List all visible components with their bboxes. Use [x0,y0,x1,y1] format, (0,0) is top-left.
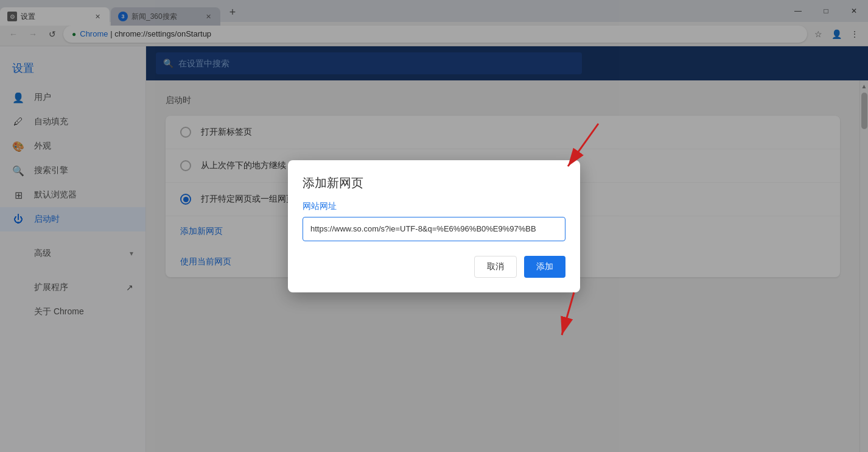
add-page-dialog: 添加新网页 网站网址 取消 添加 [288,160,580,292]
cancel-button[interactable]: 取消 [474,256,517,278]
dialog-title: 添加新网页 [303,175,565,191]
arrow-to-add-button [531,286,592,347]
dialog-field-label: 网站网址 [303,201,565,212]
svg-line-1 [568,124,598,166]
modal-overlay[interactable]: 添加新网页 网站网址 取消 添加 [0,0,868,452]
add-button[interactable]: 添加 [524,256,565,278]
dialog-url-input[interactable] [303,217,565,241]
svg-line-3 [562,292,574,335]
dialog-actions: 取消 添加 [303,256,565,278]
arrow-to-input [544,111,617,185]
